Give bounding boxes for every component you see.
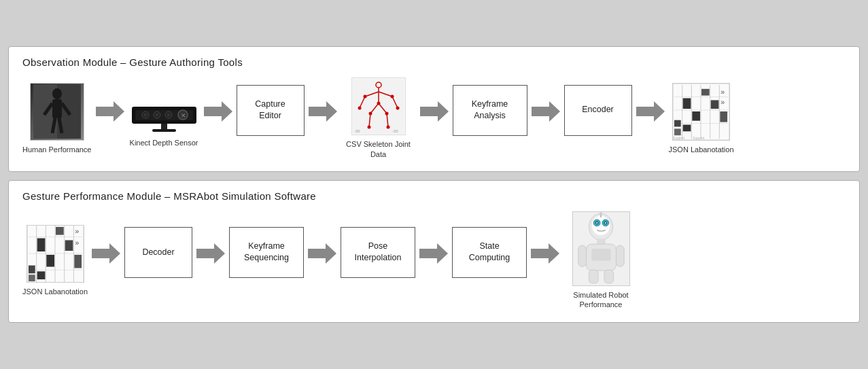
svg-rect-99 bbox=[604, 270, 613, 283]
arrow-6 bbox=[636, 101, 665, 122]
json-labanotation-1-image: » » Support Support bbox=[672, 83, 730, 141]
svg-point-34 bbox=[396, 106, 400, 109]
json-labanotation-1-label: JSON Labanotation bbox=[669, 145, 734, 154]
json-labanotation-2-image: » » Support Support bbox=[27, 225, 84, 283]
svg-point-36 bbox=[369, 111, 372, 115]
svg-rect-97 bbox=[616, 245, 624, 266]
svg-rect-75 bbox=[65, 241, 73, 251]
keyframe-sequencing-box: KeyframeSequencing bbox=[229, 227, 304, 278]
svg-rect-77 bbox=[74, 255, 82, 268]
svg-rect-76 bbox=[37, 272, 45, 280]
module1-title: Observation Module – Gesture Authoring T… bbox=[22, 56, 846, 68]
capture-editor-label: CaptureEditor bbox=[255, 99, 285, 122]
svg-rect-54 bbox=[711, 100, 719, 109]
svg-rect-96 bbox=[578, 245, 586, 266]
human-performance-item: Human Performance bbox=[22, 83, 92, 154]
svg-point-101 bbox=[600, 212, 602, 215]
encoder-item: Encoder bbox=[564, 85, 632, 152]
svg-text:-20: -20 bbox=[392, 129, 398, 133]
state-computing-box: StateComputing bbox=[452, 227, 527, 278]
svg-text:»: » bbox=[75, 227, 79, 235]
csv-skeleton-item: -30 -20 CSV Skeleton Joint Data bbox=[341, 77, 416, 159]
svg-rect-95 bbox=[591, 249, 610, 261]
svg-rect-53 bbox=[692, 111, 700, 121]
svg-point-37 bbox=[385, 111, 389, 115]
svg-rect-73 bbox=[55, 227, 63, 235]
svg-text:Support: Support bbox=[693, 137, 705, 140]
robot-performance-label: Simulated Robot Performance bbox=[563, 290, 638, 310]
observation-module: Observation Module – Gesture Authoring T… bbox=[8, 46, 860, 172]
module2-title: Gesture Performance Module – MSRAbot Sim… bbox=[22, 190, 846, 202]
svg-text:✕: ✕ bbox=[181, 112, 186, 119]
arrow-7 bbox=[92, 243, 120, 264]
arrow-5 bbox=[532, 101, 560, 122]
svg-text:»: » bbox=[721, 87, 725, 95]
keyframe-sequencing-item: KeyframeSequencing bbox=[229, 227, 304, 294]
human-performance-image bbox=[30, 83, 84, 141]
module1-flow: Human Performance bbox=[22, 77, 846, 159]
svg-point-31 bbox=[364, 94, 367, 98]
keyframe-analysis-item: KeyframeAnalysis bbox=[453, 85, 527, 152]
svg-point-13 bbox=[155, 113, 158, 116]
arrow-3 bbox=[309, 101, 337, 122]
gesture-performance-module: Gesture Performance Module – MSRAbot Sim… bbox=[8, 180, 860, 323]
arrow-4 bbox=[420, 101, 449, 122]
svg-point-35 bbox=[377, 101, 381, 105]
arrow-10 bbox=[419, 243, 448, 264]
keyframe-sequencing-label: KeyframeSequencing bbox=[244, 241, 289, 264]
arrow-8 bbox=[196, 243, 225, 264]
svg-rect-19 bbox=[152, 129, 176, 132]
svg-rect-59 bbox=[674, 128, 681, 135]
csv-skeleton-label: CSV Skeleton Joint Data bbox=[341, 139, 416, 159]
svg-text:»: » bbox=[721, 98, 725, 106]
svg-rect-56 bbox=[720, 111, 727, 122]
svg-rect-98 bbox=[589, 270, 598, 283]
svg-point-92 bbox=[604, 222, 606, 224]
arrow-9 bbox=[308, 243, 336, 264]
json-labanotation-2-item: » » Support Support JSON Labanotation bbox=[22, 225, 88, 296]
svg-text:»: » bbox=[75, 239, 79, 247]
arrow-11 bbox=[531, 243, 559, 264]
json-labanotation-2-label: JSON Labanotation bbox=[22, 287, 88, 296]
svg-text:-30: -30 bbox=[354, 129, 360, 133]
keyframe-analysis-box: KeyframeAnalysis bbox=[453, 85, 527, 136]
decoder-box: Decoder bbox=[124, 227, 192, 278]
human-performance-label: Human Performance bbox=[22, 145, 92, 154]
kinect-item: ✕ Kinect Depth Sensor bbox=[128, 90, 200, 147]
decoder-item: Decoder bbox=[124, 227, 192, 294]
state-computing-item: StateComputing bbox=[452, 227, 527, 294]
pose-interpolation-box: PoseInterpolation bbox=[341, 227, 415, 278]
encoder-box: Encoder bbox=[564, 85, 632, 136]
svg-point-2 bbox=[52, 88, 62, 99]
state-computing-label: StateComputing bbox=[469, 241, 510, 264]
robot-performance-image bbox=[572, 211, 630, 286]
svg-point-39 bbox=[387, 125, 390, 128]
pose-interpolation-item: PoseInterpolation bbox=[341, 227, 415, 294]
keyframe-analysis-label: KeyframeAnalysis bbox=[472, 99, 508, 122]
robot-performance-item: Simulated Robot Performance bbox=[563, 211, 638, 310]
svg-rect-52 bbox=[701, 88, 710, 95]
capture-editor-box: CaptureEditor bbox=[237, 85, 305, 136]
csv-skeleton-image: -30 -20 bbox=[351, 77, 406, 135]
svg-rect-74 bbox=[46, 255, 54, 267]
module2-flow: » » Support Support JSON Labanotation De… bbox=[22, 211, 846, 310]
svg-rect-18 bbox=[161, 124, 167, 129]
svg-point-89 bbox=[596, 222, 597, 224]
pose-interpolation-label: PoseInterpolation bbox=[355, 241, 402, 264]
svg-rect-51 bbox=[683, 98, 691, 109]
svg-rect-3 bbox=[52, 99, 62, 118]
svg-rect-55 bbox=[683, 124, 691, 131]
svg-point-33 bbox=[358, 106, 362, 109]
svg-rect-81 bbox=[28, 266, 35, 274]
kinect-label: Kinect Depth Sensor bbox=[130, 138, 198, 147]
svg-rect-80 bbox=[28, 275, 35, 281]
capture-editor-item: CaptureEditor bbox=[237, 85, 305, 152]
json-labanotation-1-item: » » Support Support JSON Labanotation bbox=[669, 83, 734, 154]
svg-point-15 bbox=[167, 113, 170, 116]
encoder-label: Encoder bbox=[582, 104, 614, 116]
arrow-1 bbox=[96, 101, 124, 122]
svg-point-38 bbox=[368, 125, 371, 128]
kinect-image: ✕ bbox=[128, 90, 200, 134]
svg-point-11 bbox=[143, 113, 147, 116]
svg-point-32 bbox=[391, 94, 394, 98]
